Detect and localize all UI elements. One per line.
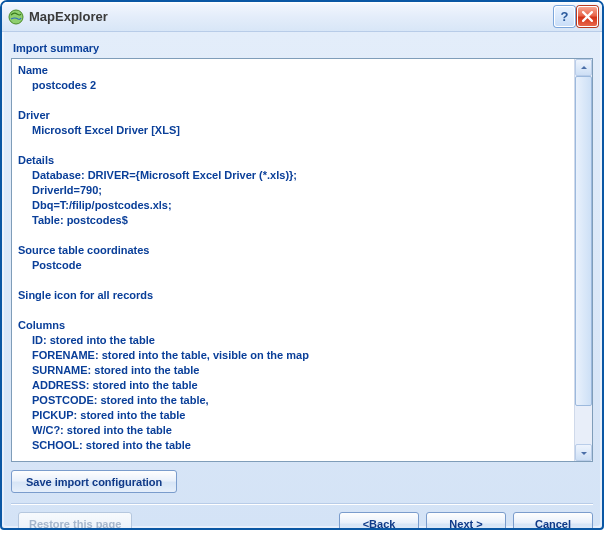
summary-box: Name postcodes 2 Driver Microsoft Excel …	[11, 58, 593, 462]
heading-single-icon: Single icon for all records	[18, 288, 568, 303]
value-driver: Microsoft Excel Driver [XLS]	[18, 123, 568, 138]
column-address: ADDRESS: stored into the table	[18, 378, 568, 393]
value-name: postcodes 2	[18, 78, 568, 93]
svg-point-0	[9, 10, 23, 24]
save-import-config-button[interactable]: Save import configuration	[11, 470, 177, 493]
scroll-up-button[interactable]	[575, 59, 592, 76]
value-details-3: Dbq=T:/filip/postcodes.xls;	[18, 198, 568, 213]
column-wc: W/C?: stored into the table	[18, 423, 568, 438]
heading-driver: Driver	[18, 108, 568, 123]
scroll-track[interactable]	[575, 76, 592, 444]
group-label-import-summary: Import summary	[13, 42, 593, 54]
column-pickup: PICKUP: stored into the table	[18, 408, 568, 423]
heading-details: Details	[18, 153, 568, 168]
client-area: Import summary Name postcodes 2 Driver M…	[4, 32, 600, 526]
next-button[interactable]: Next >	[426, 512, 506, 530]
value-details-1: Database: DRIVER={Microsoft Excel Driver…	[18, 168, 568, 183]
dialog-window: MapExplorer ? Import summary Name postco…	[0, 0, 604, 530]
column-forename: FORENAME: stored into the table, visible…	[18, 348, 568, 363]
window-title: MapExplorer	[29, 9, 108, 24]
heading-columns: Columns	[18, 318, 568, 333]
save-row: Save import configuration	[11, 470, 593, 493]
back-button[interactable]: < Back	[339, 512, 419, 530]
cancel-button[interactable]: Cancel	[513, 512, 593, 530]
column-surname: SURNAME: stored into the table	[18, 363, 568, 378]
column-school: SCHOOL: stored into the table	[18, 438, 568, 453]
scroll-down-button[interactable]	[575, 444, 592, 461]
vertical-scrollbar[interactable]	[574, 59, 592, 461]
summary-text: Name postcodes 2 Driver Microsoft Excel …	[12, 59, 574, 461]
titlebar-buttons: ?	[554, 6, 598, 27]
value-details-2: DriverId=790;	[18, 183, 568, 198]
titlebar: MapExplorer ?	[2, 2, 602, 32]
separator	[11, 503, 593, 504]
close-button[interactable]	[577, 6, 598, 27]
restore-page-button: Restore this page	[18, 512, 132, 530]
app-icon	[8, 9, 24, 25]
column-id: ID: stored into the table	[18, 333, 568, 348]
scroll-thumb[interactable]	[575, 76, 592, 406]
value-details-4: Table: postcodes$	[18, 213, 568, 228]
column-postcode: POSTCODE: stored into the table,	[18, 393, 568, 408]
heading-name: Name	[18, 63, 568, 78]
footer-button-row: Restore this page < Back Next > Cancel	[11, 512, 593, 530]
value-source-coords: Postcode	[18, 258, 568, 273]
heading-source-coords: Source table coordinates	[18, 243, 568, 258]
help-button[interactable]: ?	[554, 6, 575, 27]
